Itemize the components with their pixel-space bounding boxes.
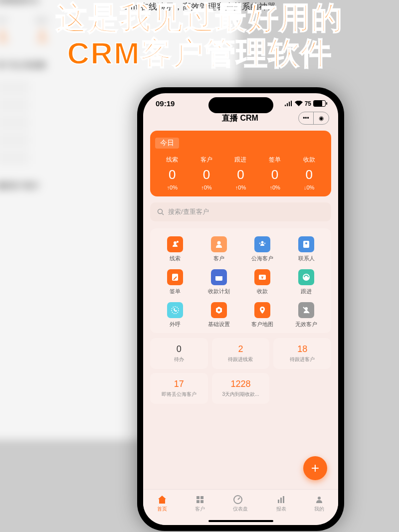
tab-3[interactable]: 报表	[276, 495, 286, 513]
more-icon[interactable]: •••	[299, 112, 314, 124]
summary-card[interactable]: 12283天内到期收款...	[212, 373, 270, 404]
cust-icon	[211, 236, 227, 252]
menu-item-setting[interactable]: 基础设置	[198, 302, 240, 328]
summary-card[interactable]: 17即将丢公海客户	[150, 373, 208, 404]
invalid-icon	[298, 302, 314, 318]
svg-point-6	[264, 243, 266, 244]
battery-icon	[313, 100, 326, 107]
tab-2[interactable]: 仪表盘	[233, 495, 248, 513]
tab-icon	[195, 495, 205, 505]
svg-rect-24	[200, 500, 203, 503]
menu-item-plan[interactable]: 收款计划	[198, 269, 240, 295]
pay-icon: ¥	[254, 269, 270, 285]
svg-rect-28	[283, 496, 284, 503]
headline: 这是我见过最好用的 CRM客户管理软件	[0, 0, 399, 71]
svg-point-2	[177, 241, 179, 243]
svg-rect-22	[200, 496, 203, 499]
phone-frame: 09:19 75 直播 CRM ••• ◉ 今日 线索0↑0%客户0↑0%跟进0…	[137, 87, 344, 531]
svg-text:¥: ¥	[261, 275, 264, 280]
tab-icon	[157, 495, 167, 505]
pub-icon	[254, 236, 270, 252]
today-stat[interactable]: 跟进0↑0%	[234, 156, 246, 190]
today-stat[interactable]: 客户0↑0%	[200, 156, 212, 190]
svg-point-1	[174, 241, 177, 244]
today-stat[interactable]: 收款0↓0%	[303, 156, 315, 190]
menu-item-follow[interactable]: 跟进	[285, 269, 327, 295]
search-icon	[157, 208, 164, 215]
tab-icon	[314, 495, 324, 505]
follow-icon	[298, 269, 314, 285]
svg-point-4	[261, 241, 264, 244]
menu-grid: 线索客户公海客户联系人签单收款计划¥收款跟进外呼基础设置客户地图无效客户	[150, 228, 331, 333]
setting-icon	[211, 302, 227, 318]
lead-icon	[167, 236, 183, 252]
svg-rect-27	[280, 498, 282, 503]
svg-rect-21	[197, 496, 200, 499]
app-title: 直播 CRM	[222, 113, 258, 124]
map-icon	[254, 302, 270, 318]
search-placeholder: 搜索/查重客户	[168, 207, 209, 216]
svg-point-17	[217, 309, 220, 312]
menu-item-invalid[interactable]: 无效客户	[285, 302, 327, 328]
today-summary-card: 今日 线索0↑0%客户0↑0%跟进0↑0%签单0↑0%收款0↓0%	[150, 131, 331, 196]
tab-icon	[276, 495, 286, 505]
svg-point-29	[318, 497, 321, 500]
wifi-icon	[295, 101, 303, 106]
menu-item-sign[interactable]: 签单	[154, 269, 196, 295]
plan-icon	[211, 269, 227, 285]
menu-item-pub[interactable]: 公海客户	[242, 236, 284, 262]
menu-item-call[interactable]: 外呼	[154, 302, 196, 328]
menu-item-pay[interactable]: ¥收款	[242, 269, 284, 295]
svg-point-8	[305, 242, 307, 244]
miniprogram-controls[interactable]: ••• ◉	[298, 112, 329, 125]
menu-item-lead[interactable]: 线索	[154, 236, 196, 262]
summary-card[interactable]: 0待办	[150, 338, 208, 369]
tab-4[interactable]: 我的	[314, 495, 324, 513]
svg-rect-9	[172, 274, 178, 281]
search-input[interactable]: 搜索/查重客户	[150, 202, 331, 221]
menu-item-map[interactable]: 客户地图	[242, 302, 284, 328]
svg-point-3	[217, 241, 220, 245]
svg-rect-23	[197, 500, 200, 503]
tab-icon	[233, 495, 248, 505]
close-icon[interactable]: ◉	[314, 112, 329, 124]
battery-pct: 75	[305, 100, 311, 107]
svg-point-0	[158, 209, 163, 214]
signal-icon	[285, 101, 293, 106]
summary-card[interactable]: 18待跟进客户	[273, 338, 331, 369]
svg-rect-11	[215, 275, 222, 276]
phone-notch	[208, 97, 273, 113]
svg-point-5	[259, 243, 261, 244]
svg-rect-26	[278, 500, 279, 503]
menu-item-cust[interactable]: 客户	[198, 236, 240, 262]
tab-0[interactable]: 首页	[157, 495, 167, 513]
contact-icon	[298, 236, 314, 252]
home-indicator	[208, 520, 273, 522]
tab-1[interactable]: 客户	[195, 495, 205, 513]
menu-item-contact[interactable]: 联系人	[285, 236, 327, 262]
svg-point-18	[261, 308, 263, 310]
sign-icon	[167, 269, 183, 285]
fab-add-button[interactable]: +	[303, 456, 327, 480]
status-time: 09:19	[156, 99, 175, 108]
today-label: 今日	[155, 138, 179, 149]
call-icon	[167, 302, 183, 318]
summary-cards: 0待办2待跟进线索18待跟进客户17即将丢公海客户12283天内到期收款...	[150, 338, 331, 404]
summary-card[interactable]: 2待跟进线索	[212, 338, 270, 369]
today-stat[interactable]: 线索0↑0%	[166, 156, 178, 190]
today-stat[interactable]: 签单0↑0%	[269, 156, 281, 190]
